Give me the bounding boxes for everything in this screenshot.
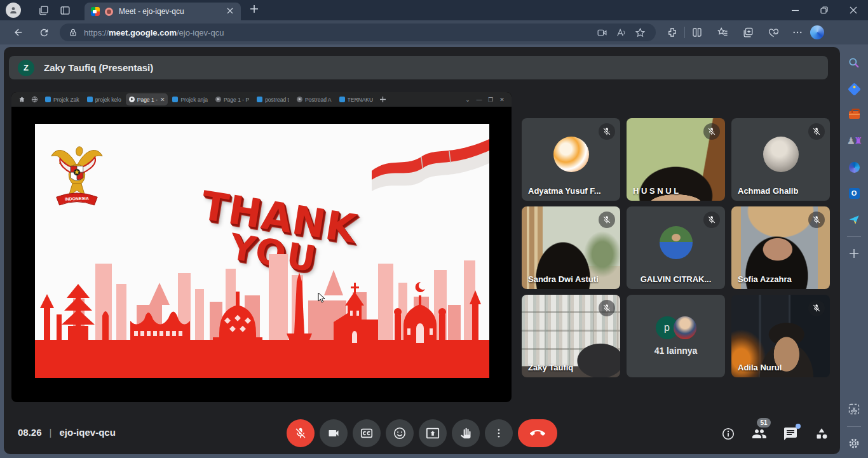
sidebar-search-icon[interactable] xyxy=(844,53,864,72)
address-bar[interactable]: https://meet.google.com/ejo-iqev-qcu xyxy=(60,24,656,41)
shared-window-controls: ⌄ — ❐ ✕ xyxy=(462,97,508,103)
mic-off-icon xyxy=(808,300,825,316)
sidebar-tools-icon[interactable] xyxy=(844,105,864,125)
participant-tile-adyatma[interactable]: Adyatma Yusuf F... xyxy=(522,118,620,201)
sidebar-settings-icon[interactable] xyxy=(844,434,864,453)
toolbar-divider xyxy=(684,27,685,38)
participant-tile-galvin[interactable]: GALVIN CITRAK... xyxy=(627,206,725,289)
avatar xyxy=(674,316,696,339)
tab-close-icon[interactable] xyxy=(224,7,236,16)
captions-button[interactable] xyxy=(353,419,381,447)
close-button[interactable] xyxy=(839,0,868,20)
reactions-button[interactable] xyxy=(386,419,414,447)
shared-close-icon: ✕ xyxy=(496,97,508,103)
shared-tab: projek kelo xyxy=(84,93,125,105)
shared-tab: Projek anja xyxy=(169,93,211,105)
refresh-icon[interactable] xyxy=(33,23,55,42)
panel-icons: 51 xyxy=(720,426,830,442)
presenter-banner: Z Zaky Taufiq (Presentasi) xyxy=(9,56,828,79)
sidebar-shopping-icon[interactable] xyxy=(844,79,864,98)
sidebar-screenshot-icon[interactable] xyxy=(844,400,864,419)
sidebar-drop-icon[interactable] xyxy=(844,210,864,229)
avatar xyxy=(660,226,693,259)
shared-tab: Projek Zak xyxy=(42,93,83,105)
workspaces-icon[interactable] xyxy=(32,1,54,19)
presentation-slide: INDONESIA THANK YOU xyxy=(35,124,489,378)
collections-icon[interactable] xyxy=(738,24,758,41)
participant-name: GALVIN CITRAK... xyxy=(641,274,712,284)
sidebar-outlook-icon[interactable]: O xyxy=(844,184,864,203)
info-button[interactable] xyxy=(720,426,736,442)
present-button[interactable] xyxy=(419,419,447,447)
avatar xyxy=(763,137,799,172)
extensions-icon[interactable] xyxy=(662,24,682,41)
shared-tabbar: Projek Zak projek kelo Page 1 -✕ Projek … xyxy=(11,92,512,107)
shared-screen[interactable]: Projek Zak projek kelo Page 1 -✕ Projek … xyxy=(11,92,512,402)
browser-essentials-icon[interactable] xyxy=(763,24,783,41)
edge-sidebar: ♟♜ O xyxy=(840,44,868,458)
new-tab-button[interactable] xyxy=(250,4,259,16)
call-controls xyxy=(287,419,557,447)
participant-tile-sofia[interactable]: Sofia Azzahra xyxy=(731,206,830,289)
shared-dropdown-icon: ⌄ xyxy=(462,97,473,103)
tab-media-icon[interactable] xyxy=(592,24,611,41)
participant-name: Zaky Taufiq xyxy=(528,363,573,372)
sidebar-m365-icon[interactable] xyxy=(844,158,864,177)
presenter-label: Zaky Taufiq (Presentasi) xyxy=(44,62,153,73)
meeting-time: 08.26 xyxy=(18,427,42,438)
favorite-star-icon[interactable] xyxy=(630,24,649,41)
participant-name: Sandra Dwi Astuti xyxy=(528,274,599,284)
participant-name: Achmad Ghalib xyxy=(738,186,798,196)
overflow-avatars: p xyxy=(656,316,696,339)
minimize-button[interactable] xyxy=(780,0,810,20)
mic-off-icon xyxy=(599,300,615,316)
participants-grid: Adyatma Yusuf F... H U S N U L Achmad Gh… xyxy=(522,118,830,377)
raise-hand-button[interactable] xyxy=(452,419,480,447)
mouse-cursor xyxy=(318,293,327,303)
sidebar-games-icon[interactable]: ♟♜ xyxy=(844,131,864,151)
copilot-icon[interactable] xyxy=(810,25,824,39)
favorites-icon[interactable] xyxy=(712,24,733,41)
sidebar-divider xyxy=(847,236,861,237)
people-count-badge: 51 xyxy=(757,418,771,428)
participant-tile-achmad[interactable]: Achmad Ghalib xyxy=(731,118,830,201)
participant-name: Adyatma Yusuf F... xyxy=(528,186,601,196)
shared-minimize-icon: — xyxy=(473,97,485,103)
mic-off-icon xyxy=(703,123,720,140)
participant-tile-adila[interactable]: Adila Nurul xyxy=(731,295,830,377)
mic-off-icon xyxy=(599,212,615,228)
split-screen-icon[interactable] xyxy=(687,24,707,41)
url-text[interactable]: https://meet.google.com/ejo-iqev-qcu xyxy=(84,28,592,37)
profile-avatar[interactable] xyxy=(6,3,21,18)
home-icon xyxy=(15,94,28,105)
participant-name: H U S N U L xyxy=(633,186,679,196)
settings-more-icon[interactable] xyxy=(787,24,808,41)
people-button[interactable]: 51 xyxy=(751,426,768,442)
shared-restore-icon: ❐ xyxy=(485,97,496,103)
participant-tile-husnul[interactable]: H U S N U L xyxy=(627,118,725,201)
chat-button[interactable] xyxy=(782,426,799,442)
avatar xyxy=(553,137,589,172)
presenter-avatar: Z xyxy=(18,60,34,76)
camera-button[interactable] xyxy=(320,419,348,447)
tab-actions-icon[interactable] xyxy=(54,1,76,19)
end-call-button[interactable] xyxy=(518,419,557,447)
browser-tab-meet[interactable]: Meet - ejo-iqev-qcu xyxy=(85,3,241,20)
google-meet-favicon xyxy=(91,7,100,16)
emblem-ribbon-text: INDONESIA xyxy=(65,196,89,201)
participant-tile-zaky[interactable]: Zaky Taufiq xyxy=(522,295,620,377)
participant-tile-sandra[interactable]: Sandra Dwi Astuti xyxy=(522,206,620,289)
read-aloud-icon[interactable] xyxy=(611,24,630,41)
mic-off-button[interactable] xyxy=(287,419,315,447)
back-icon[interactable] xyxy=(8,23,29,42)
participant-tile-overflow[interactable]: p 41 lainnya xyxy=(627,295,725,377)
sidebar-add-icon[interactable] xyxy=(844,244,864,263)
shared-newtab-icon xyxy=(376,94,389,105)
overflow-count-label: 41 lainnya xyxy=(654,346,698,356)
participant-name: Sofia Azzahra xyxy=(738,274,792,284)
shared-tab: postread t xyxy=(254,93,292,105)
tab-title: Meet - ejo-iqev-qcu xyxy=(119,7,224,16)
activities-button[interactable] xyxy=(813,426,830,442)
restore-button[interactable] xyxy=(810,0,839,20)
more-options-button[interactable] xyxy=(485,419,513,447)
